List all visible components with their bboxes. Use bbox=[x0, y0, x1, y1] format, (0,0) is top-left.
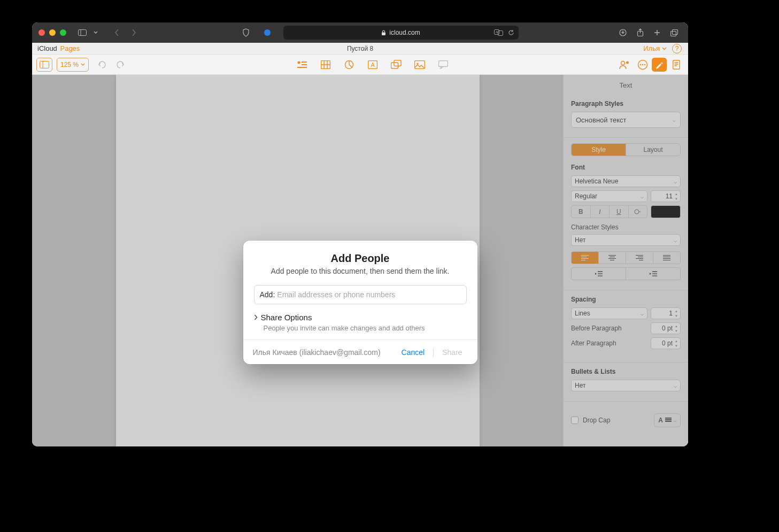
svg-rect-0 bbox=[79, 30, 87, 36]
document-inspector-button[interactable] bbox=[669, 58, 684, 72]
separator bbox=[433, 348, 434, 357]
user-menu[interactable]: Илья bbox=[643, 44, 667, 52]
share-options-label: Share Options bbox=[261, 313, 312, 322]
collaborate-button[interactable] bbox=[618, 58, 631, 72]
share-button[interactable]: Share bbox=[437, 348, 467, 357]
insert-media-icon[interactable] bbox=[413, 58, 427, 72]
help-button[interactable]: ? bbox=[672, 44, 682, 53]
modal-overlay: Add People Add people to this document, … bbox=[32, 75, 688, 446]
browser-window: icloud.com A bbox=[32, 22, 688, 446]
chevron-right-icon bbox=[254, 314, 258, 320]
insert-chart-icon[interactable] bbox=[342, 58, 356, 72]
insert-toolbar-group: A bbox=[293, 58, 452, 72]
app-brand[interactable]: iCloud Pages bbox=[37, 44, 80, 52]
downloads-icon[interactable] bbox=[615, 26, 630, 40]
new-tab-icon[interactable] bbox=[650, 26, 665, 40]
svg-point-34 bbox=[644, 64, 645, 65]
svg-rect-9 bbox=[672, 29, 677, 34]
svg-rect-10 bbox=[670, 31, 676, 36]
format-inspector-button[interactable] bbox=[652, 58, 667, 72]
add-input-label: Add: bbox=[260, 290, 275, 299]
add-people-dialog: Add People Add people to this document, … bbox=[243, 241, 477, 364]
close-window-button[interactable] bbox=[38, 29, 45, 36]
redo-button[interactable] bbox=[113, 58, 127, 72]
svg-rect-3 bbox=[382, 32, 385, 35]
chevron-down-icon bbox=[662, 47, 667, 50]
browser-toolbar: icloud.com A bbox=[32, 22, 688, 43]
insert-shape-icon[interactable] bbox=[389, 58, 403, 72]
svg-point-33 bbox=[642, 64, 643, 65]
view-options-button[interactable] bbox=[36, 58, 52, 72]
brand-icloud: iCloud bbox=[37, 44, 57, 52]
insert-table-icon[interactable] bbox=[319, 58, 333, 72]
window-controls bbox=[38, 29, 66, 36]
reload-icon[interactable] bbox=[508, 29, 514, 36]
sidebar-menu-chevron[interactable] bbox=[92, 26, 99, 40]
privacy-shield-icon[interactable] bbox=[238, 26, 253, 40]
svg-point-30 bbox=[626, 61, 629, 64]
svg-rect-11 bbox=[40, 61, 49, 68]
svg-text:A: A bbox=[371, 62, 374, 68]
svg-rect-28 bbox=[438, 60, 448, 66]
zoom-value: 125 % bbox=[60, 61, 79, 68]
main-area: Text Paragraph Styles Основной текст ⌵ S… bbox=[32, 75, 688, 446]
insert-comment-icon[interactable] bbox=[436, 58, 450, 72]
insert-text-icon[interactable]: A bbox=[366, 58, 380, 72]
more-button[interactable] bbox=[636, 58, 650, 72]
sidebar-toggle-button[interactable] bbox=[75, 26, 90, 40]
share-icon[interactable] bbox=[633, 26, 647, 40]
insert-paragraph-icon[interactable] bbox=[295, 58, 309, 72]
undo-button[interactable] bbox=[95, 58, 109, 72]
url-text: icloud.com bbox=[389, 29, 420, 36]
zoom-selector[interactable]: 125 % bbox=[57, 58, 89, 72]
svg-rect-35 bbox=[673, 60, 680, 68]
maximize-window-button[interactable] bbox=[60, 29, 66, 36]
add-people-input[interactable]: Add: Email addresses or phone numbers bbox=[254, 285, 467, 304]
tabs-overview-icon[interactable] bbox=[667, 26, 682, 40]
add-input-placeholder: Email addresses or phone numbers bbox=[277, 290, 395, 299]
back-button[interactable] bbox=[109, 26, 124, 40]
share-options-description: People you invite can make changes and a… bbox=[254, 324, 467, 332]
lock-icon bbox=[381, 30, 386, 36]
dialog-footer: Илья Кичаев (iliakichaev@gmail.com) Canc… bbox=[243, 340, 477, 364]
pages-toolbar: 125 % A bbox=[32, 55, 688, 75]
address-bar[interactable]: icloud.com A bbox=[283, 26, 519, 40]
svg-point-13 bbox=[297, 61, 300, 64]
svg-point-29 bbox=[621, 61, 625, 65]
app-header: iCloud Pages Пустой 8 Илья ? bbox=[32, 43, 688, 55]
svg-text:A: A bbox=[496, 30, 498, 34]
chevron-down-icon bbox=[81, 63, 85, 66]
svg-rect-5 bbox=[498, 31, 503, 36]
forward-button[interactable] bbox=[126, 26, 141, 40]
document-title: Пустой 8 bbox=[347, 45, 373, 52]
brand-pages: Pages bbox=[60, 44, 80, 52]
svg-marker-2 bbox=[264, 29, 270, 36]
svg-point-32 bbox=[640, 64, 641, 65]
cancel-button[interactable]: Cancel bbox=[396, 348, 430, 357]
dialog-title: Add People bbox=[254, 252, 467, 265]
user-name-label: Илья bbox=[643, 44, 660, 52]
dialog-subtitle: Add people to this document, then send t… bbox=[254, 267, 467, 275]
share-options-toggle[interactable]: Share Options bbox=[254, 313, 467, 322]
extension-icon[interactable] bbox=[260, 26, 275, 40]
dialog-owner-label: Илья Кичаев (iliakichaev@gmail.com) bbox=[253, 348, 396, 357]
translate-icon[interactable]: A bbox=[494, 29, 504, 36]
minimize-window-button[interactable] bbox=[49, 29, 56, 36]
